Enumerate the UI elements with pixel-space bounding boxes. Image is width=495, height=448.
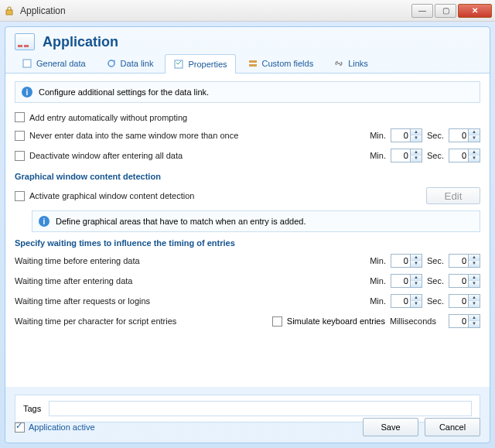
up-arrow-icon[interactable]: ▲ [411, 149, 422, 156]
form-icon [248, 58, 258, 69]
section-waiting: Specify waiting times to influence the t… [15, 232, 480, 251]
label-min: Min. [370, 276, 386, 286]
checkbox-app-active[interactable] [15, 422, 25, 433]
tab-label: Custom fields [262, 59, 314, 68]
section-graphical: Graphical window content detection [15, 166, 480, 184]
tab-content: i Configure additional settings for the … [5, 74, 490, 387]
close-button[interactable]: ✕ [458, 4, 492, 18]
up-arrow-icon[interactable]: ▲ [411, 255, 422, 261]
checkbox-activate-graphical[interactable] [15, 191, 25, 201]
spinner-never-sec[interactable]: ▲▼ [449, 128, 480, 142]
label-wait-after: Waiting time after entering data [15, 276, 365, 286]
spinner-deact-sec[interactable]: ▲▼ [449, 149, 480, 162]
label-min: Min. [370, 131, 386, 140]
up-arrow-icon[interactable]: ▲ [469, 149, 480, 156]
info-graphical: i Define graphical areas that have to ma… [32, 210, 480, 232]
lock-icon [3, 5, 15, 17]
down-arrow-icon[interactable]: ▼ [469, 301, 480, 307]
down-arrow-icon[interactable]: ▼ [469, 135, 480, 142]
label-activate-graphical: Activate graphical window content detect… [29, 191, 422, 200]
label-tags: Tags [23, 404, 41, 413]
spinner-before-min[interactable]: ▲▼ [391, 254, 422, 268]
label-simulate: Simulate keyboard entries [287, 316, 385, 326]
dialog-footer: Application active Save Cancel [15, 418, 480, 436]
input-req-min[interactable] [391, 296, 410, 306]
checklist-icon [173, 59, 184, 70]
application-icon [15, 33, 35, 50]
up-arrow-icon[interactable]: ▲ [469, 295, 480, 301]
input-deact-min[interactable] [391, 151, 410, 160]
info-text: Define graphical areas that have to matc… [56, 217, 306, 226]
input-deact-sec[interactable] [449, 151, 468, 160]
spinner-after-sec[interactable]: ▲▼ [449, 274, 480, 288]
info-icon: i [39, 216, 50, 227]
checkbox-deactivate[interactable] [15, 151, 25, 161]
up-arrow-icon[interactable]: ▲ [411, 295, 422, 301]
label-min: Min. [370, 151, 386, 160]
input-never-sec[interactable] [449, 131, 468, 140]
row-wait-requests: Waiting time after requests or logins Mi… [15, 291, 480, 311]
tab-general-data[interactable]: General data [13, 53, 94, 73]
spinner-after-min[interactable]: ▲▼ [391, 274, 422, 288]
spinner-before-sec[interactable]: ▲▼ [449, 254, 480, 268]
up-arrow-icon[interactable]: ▲ [411, 275, 422, 281]
down-arrow-icon[interactable]: ▼ [469, 261, 480, 267]
down-arrow-icon[interactable]: ▼ [469, 281, 480, 287]
tab-properties[interactable]: Properties [165, 54, 235, 74]
spinner-req-min[interactable]: ▲▼ [391, 294, 422, 308]
spinner-char-ms[interactable]: ▲▼ [449, 314, 480, 328]
spinner-deact-min[interactable]: ▲▼ [391, 149, 422, 162]
checkbox-never-same[interactable] [15, 131, 25, 141]
input-before-min[interactable] [391, 256, 410, 265]
label-sec: Sec. [427, 131, 444, 140]
row-deactivate: Deactivate window after entering all dat… [15, 145, 480, 166]
up-arrow-icon[interactable]: ▲ [469, 275, 480, 281]
reload-icon [106, 58, 117, 69]
checkbox-simulate[interactable] [272, 316, 282, 327]
edit-button[interactable]: Edit [426, 187, 480, 204]
application-active-check[interactable]: Application active [15, 422, 95, 433]
svg-rect-1 [23, 60, 31, 67]
minimize-button[interactable]: — [411, 4, 433, 18]
page-icon [22, 58, 32, 69]
down-arrow-icon[interactable]: ▼ [411, 301, 422, 307]
input-after-min[interactable] [391, 276, 410, 286]
up-arrow-icon[interactable]: ▲ [469, 129, 480, 135]
down-arrow-icon[interactable]: ▼ [411, 261, 422, 267]
up-arrow-icon[interactable]: ▲ [469, 255, 480, 261]
titlebar: Application — ▢ ✕ [0, 0, 495, 22]
input-never-min[interactable] [391, 131, 410, 140]
down-arrow-icon[interactable]: ▼ [469, 321, 480, 327]
down-arrow-icon[interactable]: ▼ [411, 135, 422, 142]
spinner-req-sec[interactable]: ▲▼ [449, 294, 480, 308]
save-button[interactable]: Save [363, 418, 418, 436]
tab-label: Links [348, 59, 368, 68]
input-before-sec[interactable] [449, 256, 468, 265]
cancel-button[interactable]: Cancel [425, 418, 480, 436]
tags-input[interactable] [49, 401, 472, 416]
label-sec: Sec. [427, 256, 444, 265]
up-arrow-icon[interactable]: ▲ [469, 315, 480, 321]
label-sec: Sec. [427, 296, 444, 306]
tab-data-link[interactable]: Data link [97, 53, 162, 73]
svg-rect-4 [249, 60, 257, 63]
svg-rect-3 [175, 60, 183, 68]
input-after-sec[interactable] [449, 276, 468, 286]
down-arrow-icon[interactable]: ▼ [469, 156, 480, 162]
label-app-active: Application active [29, 422, 95, 432]
row-activate-graphical: Activate graphical window content detect… [15, 184, 480, 207]
tab-links[interactable]: Links [325, 53, 377, 73]
label-sec: Sec. [427, 151, 444, 160]
maximize-button[interactable]: ▢ [435, 4, 456, 18]
spinner-never-min[interactable]: ▲▼ [391, 128, 422, 142]
input-char-ms[interactable] [449, 316, 468, 326]
down-arrow-icon[interactable]: ▼ [411, 156, 422, 162]
checkbox-add-auto[interactable] [15, 112, 25, 122]
down-arrow-icon[interactable]: ▼ [411, 281, 422, 287]
label-sec: Sec. [427, 276, 444, 286]
up-arrow-icon[interactable]: ▲ [411, 129, 422, 135]
input-req-sec[interactable] [449, 296, 468, 306]
tab-label: General data [36, 59, 86, 68]
tab-custom-fields[interactable]: Custom fields [239, 53, 323, 73]
row-never-same: Never enter data into the same window mo… [15, 125, 480, 145]
